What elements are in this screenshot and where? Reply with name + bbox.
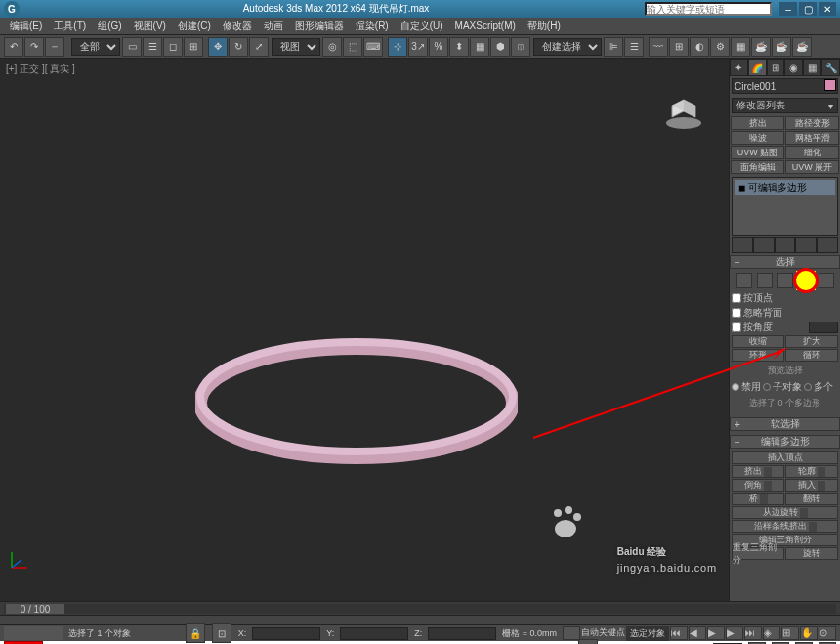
menu-help[interactable]: 帮助(H) [522,20,567,33]
outline-button[interactable]: 轮廓 [785,465,838,478]
menu-animation[interactable]: 动画 [258,20,289,33]
mirror-button[interactable]: ⎅ [511,37,530,57]
schematic-button[interactable]: ⊞ [669,37,689,57]
percent-snap-button[interactable]: % [429,37,448,57]
viewport-label[interactable]: [+] 正交 ][ 真实 ] [6,63,75,76]
extrude-button[interactable]: 挤出 [732,465,784,478]
menu-create[interactable]: 创建(C) [172,20,217,33]
modifier-list-dropdown[interactable]: 修改器列表▾ [732,98,838,113]
angle-spinner[interactable] [809,322,838,333]
time-ruler[interactable] [0,615,840,624]
shrink-button[interactable]: 收缩 [732,335,784,348]
object-color-swatch[interactable] [824,79,836,91]
curve-editor-button[interactable]: 〰 [649,37,668,57]
isolate-button[interactable]: ⊡ [212,623,231,643]
menu-edit[interactable]: 编辑(E) [4,20,48,33]
render-prod-button[interactable]: ☕ [772,37,791,57]
mod-facedit-button[interactable]: 面角编辑 [731,160,784,174]
preview-off-radio[interactable] [732,383,739,391]
by-angle-checkbox[interactable] [732,322,741,332]
undo-button[interactable]: ↶ [4,37,23,57]
mod-uvwmap-button[interactable]: UVW 贴图 [731,146,784,159]
extrude-spline-button[interactable]: 沿样条线挤出 [732,520,838,533]
selection-filter-dropdown[interactable]: 全部 [71,38,120,56]
by-vertex-checkbox[interactable] [732,293,741,303]
create-tab[interactable]: ✦ [730,59,748,76]
mod-extrude-button[interactable]: 挤出 [731,116,784,130]
hinge-button[interactable]: 从边旋转 [732,506,838,519]
layers-button[interactable]: ☰ [624,37,644,57]
preview-sub-radio[interactable] [763,383,771,391]
ring-mesh-object[interactable] [195,332,518,469]
grow-button[interactable]: 扩大 [785,335,838,348]
goto-end-button[interactable]: ⏭ [744,626,762,640]
link-button[interactable]: ⎓ [45,37,64,57]
render-setup-button[interactable]: ⚙ [710,37,730,57]
menu-tools[interactable]: 工具(T) [48,20,92,33]
rotate-tri-button[interactable]: 旋转 [785,547,838,560]
material-editor-button[interactable]: ◐ [690,37,709,57]
pivot-button[interactable]: ◎ [322,37,342,57]
motion-tab[interactable]: ◉ [784,59,803,76]
configure-button[interactable] [817,237,838,253]
edged-faces-button[interactable]: ▦ [470,37,489,57]
preview-multi-radio[interactable] [804,383,812,391]
mod-meshsmooth-button[interactable]: 网格平滑 [785,131,839,145]
goto-start-button[interactable]: ⏮ [670,626,688,640]
prev-frame-button[interactable]: ◀ [689,626,706,640]
keyboard-button[interactable]: ⌨ [363,37,383,57]
lock-button[interactable]: 🔒 [186,623,205,643]
quick-render-button[interactable]: ☕ [792,37,812,57]
loop-button[interactable]: 循环 [785,349,838,362]
object-name-field[interactable]: Circle001 [732,78,838,94]
vertex-subobj-button[interactable] [736,273,752,288]
stack-item-editable-poly[interactable]: ◼ 可编辑多边形 [735,180,835,195]
zoom-ext-button[interactable]: ◈ [763,626,780,640]
redo-button[interactable]: ↷ [24,37,44,57]
soft-selection-rollout-header[interactable]: +软选择 [730,417,840,431]
next-frame-button[interactable]: ▶ [726,626,743,640]
zoom-all-button[interactable]: ⊞ [781,626,799,640]
menu-group[interactable]: 组(G) [92,20,127,33]
time-slider-thumb[interactable]: 0 / 100 [6,604,64,614]
add-time-tag-button[interactable]: ⊕ [578,639,598,644]
mod-noise-button[interactable]: 噪波 [731,131,784,145]
modifier-stack[interactable]: ◼ 可编辑多边形 [732,177,838,236]
selection-lock-button[interactable]: ⬢ [490,37,510,57]
render-button[interactable]: ☕ [751,37,771,57]
polygon-subobj-button[interactable] [798,273,814,288]
menu-maxscript[interactable]: MAXScript(M) [449,21,522,31]
flip-button[interactable]: 翻转 [785,493,838,505]
retri-button[interactable]: 重复三角剖分 [732,547,784,560]
play-button[interactable]: ▶ [707,626,725,640]
show-end-button[interactable] [753,237,775,253]
orbit-button[interactable]: ⊙ [819,626,836,640]
spinner-snap-button[interactable]: ⬍ [449,37,469,57]
select-name-button[interactable]: ☰ [143,37,162,57]
mod-tessellate-button[interactable]: 细化 [785,146,839,159]
bevel-button[interactable]: 倒角 [732,479,784,492]
bridge-button[interactable]: 桥 [732,493,784,505]
menu-rendering[interactable]: 渲染(R) [350,20,395,33]
border-subobj-button[interactable] [777,273,793,288]
remove-mod-button[interactable] [795,237,817,253]
close-button[interactable]: ✕ [819,2,836,16]
display-tab[interactable]: ▦ [803,59,821,76]
auto-key-button[interactable] [563,626,580,640]
edit-poly-rollout-header[interactable]: −编辑多边形 [730,435,840,449]
hierarchy-tab[interactable]: ⊞ [767,59,785,76]
time-slider[interactable]: 0 / 100 [0,601,840,615]
align-button[interactable]: ⊫ [604,37,623,57]
viewcube[interactable] [662,88,705,131]
menu-customize[interactable]: 自定义(U) [395,20,449,33]
snap-button[interactable]: ⊹ [388,37,407,57]
z-coord-field[interactable] [428,627,496,640]
minimize-button[interactable]: – [779,2,797,16]
rotate-button[interactable]: ↻ [229,37,248,57]
ref-coord-dropdown[interactable]: 视图 [272,38,320,56]
maximize-button[interactable]: ▢ [799,2,817,16]
menu-graph-editors[interactable]: 图形编辑器 [289,20,350,33]
ignore-back-checkbox[interactable] [732,308,741,318]
make-unique-button[interactable] [775,237,796,253]
scale-button[interactable]: ⤢ [249,37,269,57]
